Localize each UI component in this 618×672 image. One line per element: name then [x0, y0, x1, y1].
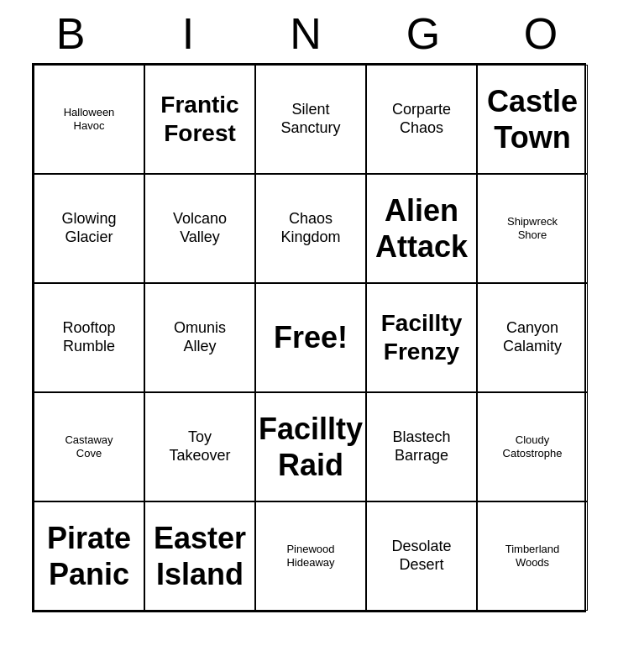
cell-label: ChaosKingdom	[280, 210, 340, 246]
cell-label: CorparteChaos	[392, 101, 451, 137]
cell-label: CastleTown	[487, 83, 578, 155]
bingo-cell: Free!	[255, 283, 366, 392]
bingo-cell: RooftopRumble	[34, 283, 144, 392]
bingo-cell: CloudyCatostrophe	[477, 392, 588, 501]
cell-label: HalloweenHavoc	[64, 106, 115, 132]
cell-label: AlienAttack	[375, 192, 468, 265]
cell-label: GlowingGlacier	[61, 210, 116, 246]
cell-label: BlastechBarrage	[392, 428, 450, 465]
cell-label: ShipwreckShore	[507, 215, 558, 241]
cell-label: CloudyCatostrophe	[503, 433, 563, 459]
cell-label: SilentSanctury	[280, 101, 340, 137]
bingo-cell: DesolateDesert	[366, 501, 477, 611]
bingo-cell: TimberlandWoods	[477, 501, 588, 611]
cell-label: ToyTakeover	[169, 428, 230, 465]
bingo-cell: AlienAttack	[366, 174, 477, 283]
bingo-cell: GlowingGlacier	[34, 174, 144, 283]
bingo-cell: CastleTown	[477, 65, 588, 174]
bingo-cell: PiratePanic	[34, 501, 144, 611]
cell-label: DesolateDesert	[391, 538, 451, 574]
cell-label: FranticForest	[160, 91, 238, 147]
bingo-cell: VolcanoValley	[144, 174, 255, 283]
bingo-cell: CorparteChaos	[366, 65, 477, 174]
bingo-cell: CastawayCove	[34, 392, 144, 501]
bingo-cell: BlastechBarrage	[366, 392, 477, 501]
cell-label: PiratePanic	[47, 520, 131, 592]
bingo-cell: FranticForest	[144, 65, 255, 174]
bingo-cell: HalloweenHavoc	[34, 65, 144, 174]
cell-label: FacilltyFrenzy	[381, 309, 462, 365]
bingo-cell: ChaosKingdom	[255, 174, 366, 283]
cell-label: TimberlandWoods	[505, 543, 560, 569]
cell-label: RooftopRumble	[62, 319, 115, 355]
bingo-cell: SilentSanctury	[255, 65, 366, 174]
bingo-letter: I	[137, 8, 246, 59]
bingo-cell: FacilltyRaid	[255, 392, 366, 501]
bingo-cell: PinewoodHideaway	[255, 501, 366, 611]
bingo-letter: B	[19, 8, 128, 59]
bingo-cell: CanyonCalamity	[477, 283, 588, 392]
cell-label: FacilltyRaid	[259, 411, 363, 483]
cell-label: CastawayCove	[65, 433, 113, 459]
cell-label: VolcanoValley	[173, 210, 227, 246]
bingo-header: BINGO	[15, 0, 603, 63]
bingo-grid: HalloweenHavocFranticForestSilentSanctur…	[32, 63, 586, 612]
bingo-letter: G	[372, 8, 481, 59]
cell-label: CanyonCalamity	[503, 319, 562, 355]
bingo-letter: N	[254, 8, 364, 59]
cell-label: EasterIsland	[154, 520, 246, 592]
bingo-cell: FacilltyFrenzy	[366, 283, 477, 392]
bingo-letter: O	[490, 8, 599, 59]
cell-label: Free!	[274, 319, 348, 355]
cell-label: PinewoodHideaway	[286, 543, 334, 569]
bingo-cell: ToyTakeover	[144, 392, 255, 501]
bingo-cell: ShipwreckShore	[477, 174, 588, 283]
bingo-cell: OmunisAlley	[144, 283, 255, 392]
cell-label: OmunisAlley	[174, 319, 226, 355]
bingo-cell: EasterIsland	[144, 501, 255, 611]
